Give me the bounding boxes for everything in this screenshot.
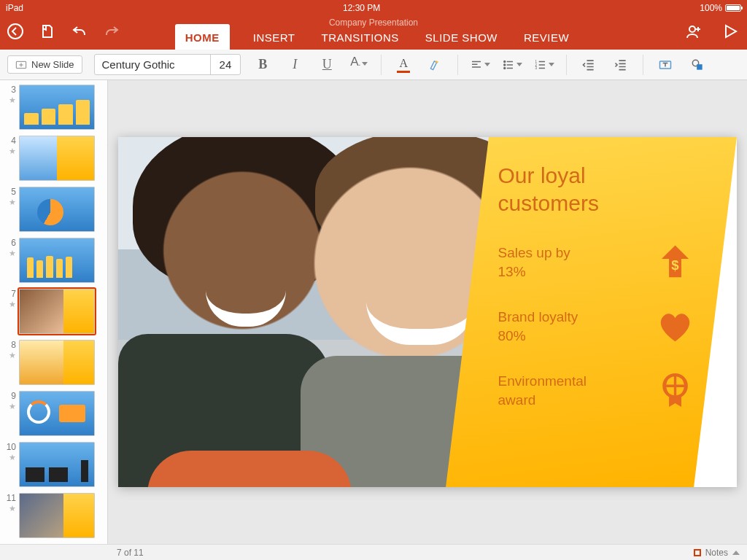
chevron-up-icon [732, 551, 740, 555]
thumb-10[interactable]: 10★ [3, 442, 101, 487]
clock: 12:30 PM [343, 3, 380, 13]
animation-star-icon: ★ [9, 505, 16, 513]
stat-sales[interactable]: Sales up by 13% $ [498, 243, 695, 282]
align-button[interactable] [470, 55, 490, 75]
animation-star-icon: ★ [9, 454, 16, 462]
heart-icon [656, 307, 695, 346]
back-button[interactable] [6, 22, 25, 41]
tab-transitions[interactable]: TRANSITIONS [319, 24, 402, 50]
animation-star-icon: ★ [9, 300, 16, 308]
thumb-8[interactable]: 8★ [3, 340, 101, 385]
notes-toggle[interactable]: Notes [694, 548, 740, 558]
tab-slideshow[interactable]: SLIDE SHOW [422, 24, 500, 50]
thumb-9[interactable]: 9★ [3, 391, 101, 436]
slide-title[interactable]: Our loyal customers [498, 162, 695, 217]
bullets-button[interactable] [502, 55, 522, 75]
font-size-select[interactable]: 24 [211, 55, 241, 74]
globe-award-icon [656, 371, 695, 411]
svg-point-5 [504, 67, 506, 69]
slide-canvas-area[interactable]: Our loyal customers Sales up by 13% $ Br… [108, 80, 747, 544]
notes-icon [694, 549, 701, 556]
play-slideshow-button[interactable] [721, 22, 740, 41]
numbering-button[interactable]: 123 [534, 55, 554, 75]
separator [457, 55, 458, 75]
animation-star-icon: ★ [9, 249, 16, 257]
svg-point-0 [8, 24, 23, 39]
share-button[interactable] [684, 22, 703, 41]
svg-point-3 [504, 61, 506, 62]
separator [566, 55, 567, 75]
undo-button[interactable] [70, 22, 89, 41]
svg-point-1 [689, 26, 695, 32]
thumb-6[interactable]: 6★ [3, 238, 101, 283]
svg-point-4 [504, 64, 506, 66]
slide-counter: 7 of 11 [117, 548, 144, 558]
animation-star-icon: ★ [9, 351, 16, 359]
thumb-4[interactable]: 4★ [3, 136, 101, 181]
tab-review[interactable]: REVIEW [521, 24, 572, 50]
tab-insert[interactable]: INSERT [250, 24, 298, 50]
redo-button[interactable] [102, 22, 121, 41]
slide-thumbnail-panel[interactable]: 3★ 4★ 5★ 6★ 7★ 8★ 9★ 10★ [0, 80, 108, 544]
svg-text:3: 3 [535, 66, 538, 70]
animation-star-icon: ★ [9, 198, 16, 206]
ribbon-home: New Slide Century Gothic 24 B I U A. A 1… [0, 50, 747, 80]
battery-icon [725, 4, 741, 12]
stat-loyalty[interactable]: Brand loyalty 80% [498, 307, 695, 346]
font-name-select[interactable]: Century Gothic [95, 55, 211, 74]
separator [643, 55, 643, 75]
italic-button[interactable]: I [285, 55, 305, 75]
new-slide-label: New Slide [31, 59, 74, 70]
letter-a-glyph: A [350, 55, 358, 69]
separator [381, 55, 382, 75]
shapes-button[interactable] [687, 55, 708, 75]
arrow-dollar-icon: $ [656, 243, 695, 282]
svg-text:$: $ [671, 257, 679, 273]
ios-status-bar: iPad 12:30 PM 100% [0, 0, 747, 16]
bold-button[interactable]: B [252, 55, 273, 75]
decrease-indent-button[interactable] [578, 55, 599, 75]
device-label: iPad [6, 3, 23, 13]
slide-info-panel: Our loyal customers Sales up by 13% $ Br… [446, 137, 737, 487]
workspace: 3★ 4★ 5★ 6★ 7★ 8★ 9★ 10★ [0, 80, 747, 544]
underline-button[interactable]: U [317, 55, 337, 75]
file-actions-button[interactable] [38, 22, 57, 41]
increase-indent-button[interactable] [611, 55, 631, 75]
thumb-3[interactable]: 3★ [3, 85, 101, 130]
thumb-7[interactable]: 7★ [3, 289, 101, 334]
new-slide-button[interactable]: New Slide [7, 55, 82, 74]
animation-star-icon: ★ [9, 96, 16, 104]
current-slide[interactable]: Our loyal customers Sales up by 13% $ Br… [118, 137, 737, 487]
title-bar: Company Presentation HOME INSERT TRANSIT… [0, 16, 747, 50]
font-format-button[interactable]: A. [349, 55, 369, 75]
animation-star-icon: ★ [9, 147, 16, 155]
battery-percent: 100% [700, 3, 722, 13]
ribbon-tabs: HOME INSERT TRANSITIONS SLIDE SHOW REVIE… [175, 24, 572, 50]
status-footer: 7 of 11 Notes [0, 544, 747, 560]
animation-star-icon: ★ [9, 402, 16, 411]
font-color-button[interactable]: A [393, 55, 414, 75]
tab-home[interactable]: HOME [175, 24, 230, 50]
thumb-11[interactable]: 11★ [3, 493, 101, 538]
highlight-button[interactable] [425, 55, 446, 75]
textbox-button[interactable] [655, 55, 676, 75]
svg-rect-11 [697, 64, 703, 70]
thumb-5[interactable]: 5★ [3, 187, 101, 232]
stat-award[interactable]: Environmental award [498, 371, 695, 411]
